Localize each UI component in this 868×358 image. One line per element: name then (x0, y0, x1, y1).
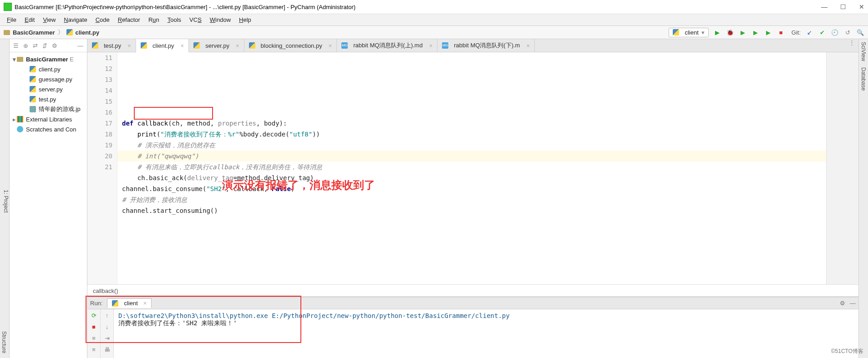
close-icon[interactable]: × (143, 300, 147, 307)
structure-breadcrumb[interactable]: callback() (87, 284, 858, 297)
run-config-select[interactable]: client ▾ (669, 28, 708, 37)
git-revert-button[interactable]: ↺ (843, 28, 852, 36)
run-settings-icon[interactable]: ⚙ (840, 300, 845, 307)
up-icon[interactable]: ↑ (106, 312, 109, 319)
tree-file[interactable]: guessage.py (11, 74, 85, 84)
menu-help[interactable]: Help (239, 16, 251, 23)
git-commit-button[interactable]: ✔ (818, 28, 826, 36)
tool-window-stripe-right[interactable]: SciView Database (858, 39, 868, 358)
breadcrumb[interactable]: BasicGrammer 〉 client.py (4, 28, 99, 36)
code-line[interactable]: # 演示报错，消息仍然存在 (117, 140, 826, 151)
menu-edit[interactable]: Edit (25, 16, 35, 23)
close-icon[interactable]: × (127, 42, 131, 49)
stop-button[interactable]: ■ (777, 28, 785, 36)
collapse-icon[interactable]: ⇵ (42, 42, 47, 49)
run-body: ⟳ ■ ≡ ≡ ↑ ↓ ⇥ 🖶 D:\software2\Python3\ins… (87, 309, 858, 358)
folder-icon (4, 30, 10, 35)
run-button[interactable]: ▶ (713, 28, 721, 36)
tree-file[interactable]: 猜年龄的游戏.jp (11, 104, 85, 114)
run-label: Run: (90, 300, 102, 307)
run-hide-icon[interactable]: — (850, 300, 856, 307)
debug-button[interactable]: 🐞 (726, 28, 734, 36)
tab-test[interactable]: test.py× (87, 39, 136, 52)
minimize-button[interactable]: — (821, 3, 827, 10)
expand-icon[interactable]: ⇄ (33, 42, 38, 49)
maximize-button[interactable]: ☐ (840, 3, 846, 10)
print-icon[interactable]: 🖶 (104, 346, 110, 353)
search-everywhere-button[interactable]: 🔍 (856, 28, 864, 36)
code-line[interactable]: channel.start_consuming() (117, 205, 826, 216)
code-line[interactable]: # 开始消费，接收消息 (117, 194, 826, 205)
structure-tool-button[interactable]: Structure (0, 329, 8, 355)
folder-icon (17, 57, 23, 62)
python-file-icon (112, 300, 118, 307)
console-line: 消费者接收到了任务：'SH2 来啦来啦！' (118, 319, 854, 328)
project-tool-button[interactable]: 1: Project (3, 190, 9, 213)
tree-file[interactable]: test.py (11, 94, 85, 104)
close-icon[interactable]: × (329, 42, 332, 49)
menu-file[interactable]: File (7, 16, 16, 23)
line-gutter[interactable]: 1112131415161718192021 (87, 52, 117, 284)
code-line[interactable] (117, 96, 826, 107)
menu-code[interactable]: Code (96, 16, 110, 23)
rerun-button[interactable]: ⟳ (91, 312, 96, 319)
sciview-tool-button[interactable]: SciView (860, 42, 867, 61)
menu-tools[interactable]: Tools (168, 16, 181, 23)
tree-file[interactable]: server.py (11, 84, 85, 94)
tree-file[interactable]: client.py (11, 64, 85, 74)
project-view-icon[interactable]: ☰ (13, 42, 19, 49)
code-minimap[interactable] (826, 52, 858, 284)
menu-run[interactable]: Run (148, 16, 159, 23)
python-file-icon (249, 42, 255, 49)
hide-icon[interactable]: — (77, 42, 83, 49)
close-icon[interactable]: × (526, 42, 530, 49)
menu-refactor[interactable]: Refactor (118, 16, 140, 23)
menu-view[interactable]: View (43, 16, 56, 23)
attach-button[interactable]: ▶ (764, 28, 772, 36)
python-file-icon (92, 42, 98, 49)
database-tool-button[interactable]: Database (860, 67, 867, 91)
code-line[interactable]: # int("qwqwqwq") (117, 151, 826, 161)
tab-client[interactable]: client.py× (136, 39, 189, 52)
profile-button[interactable]: ▶ (751, 28, 760, 36)
target-icon[interactable]: ⊕ (23, 42, 28, 49)
tool-window-stripe-left[interactable]: 1: Project (0, 39, 10, 358)
menu-window[interactable]: Window (210, 16, 231, 23)
tab-server[interactable]: server.py× (189, 39, 244, 52)
run-tab[interactable]: client × (107, 298, 152, 308)
tab-blocking[interactable]: blocking_connection.py× (244, 39, 337, 52)
project-tree[interactable]: ▾ BasicGrammer E client.py guessage.py s… (10, 52, 87, 358)
close-icon[interactable]: × (236, 42, 239, 49)
close-icon[interactable]: × (181, 42, 184, 49)
pin-button[interactable]: ≡ (92, 346, 96, 353)
tabs-more-icon[interactable]: ⋮ (845, 39, 858, 52)
coverage-button[interactable]: ▶ (739, 28, 747, 36)
watermark: ©51CTO博客 (831, 348, 863, 355)
tab-md1[interactable]: MDrabbit MQ消息队列(上).md× (337, 39, 437, 52)
code-line[interactable]: print("消费者接收到了任务：%r"%body.decode("utf8")… (117, 129, 826, 140)
run-tool-window: Run: client × ⚙ — ⟳ ■ ≡ ≡ (87, 297, 858, 358)
layout-button[interactable]: ≡ (92, 335, 96, 342)
close-button[interactable]: ✕ (859, 3, 864, 10)
tree-root[interactable]: ▾ BasicGrammer E (11, 54, 85, 64)
git-history-button[interactable]: 🕘 (831, 28, 839, 36)
app-icon (4, 3, 12, 11)
code-line[interactable]: def callback(ch, method, properties, bod… (117, 118, 826, 129)
menu-navigate[interactable]: Navigate (64, 16, 87, 23)
git-update-button[interactable]: ↙ (805, 28, 813, 36)
close-icon[interactable]: × (429, 42, 433, 49)
crumb-file: client.py (76, 29, 100, 36)
console-output[interactable]: D:\software2\Python3\install\python.exe … (114, 309, 858, 358)
tree-external-libs[interactable]: ▸External Libraries (11, 114, 85, 124)
tab-md2[interactable]: MDrabbit MQ消息队列(下).m× (437, 39, 535, 52)
settings-icon[interactable]: ⚙ (52, 42, 57, 49)
stop-button[interactable]: ■ (92, 323, 96, 330)
tree-scratches[interactable]: Scratches and Con (11, 124, 85, 134)
code-line[interactable]: # 有消息来临，立即执行callback，没有消息则夯住，等待消息 (117, 161, 826, 172)
code-area[interactable]: def callback(ch, method, properties, bod… (117, 52, 826, 284)
wrap-icon[interactable]: ⇥ (105, 335, 110, 342)
menu-vcs[interactable]: VCS (189, 16, 202, 23)
code-line[interactable] (117, 107, 826, 118)
console-line: D:\software2\Python3\install\python.exe … (118, 312, 854, 319)
down-icon[interactable]: ↓ (106, 323, 109, 330)
